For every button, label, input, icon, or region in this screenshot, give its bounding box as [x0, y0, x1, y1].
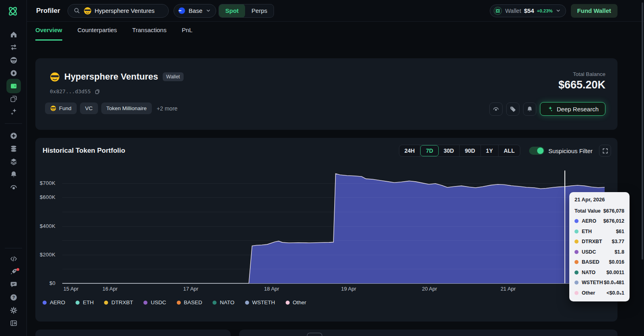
y-tick: $700K — [40, 180, 55, 186]
deep-research-button[interactable]: Deep Research — [540, 102, 605, 116]
cool-emoji-icon — [84, 7, 92, 15]
sidebar-item-help[interactable]: ? — [6, 291, 21, 304]
x-axis-labels: 15 Apr16 Apr17 Apr18 Apr19 Apr20 Apr21 A… — [62, 286, 605, 294]
search-input[interactable]: Hypersphere Ventures — [67, 4, 169, 18]
total-balance-value: $665.20K — [558, 79, 605, 91]
alert-bell-button[interactable] — [523, 102, 536, 116]
chart-title: Historical Token Portfolio — [43, 147, 125, 155]
legend-usdc[interactable]: USDC — [143, 299, 166, 305]
sidebar-item-api-code[interactable] — [6, 252, 21, 265]
legend-nato[interactable]: NATO — [213, 299, 234, 305]
tag-fund[interactable]: Fund — [45, 102, 77, 114]
sidebar-item-smart-money[interactable] — [6, 54, 21, 67]
suspicious-filter-toggle[interactable] — [529, 147, 544, 155]
range-24h[interactable]: 24H — [399, 145, 421, 156]
fund-wallet-button[interactable]: Fund Wallet — [571, 4, 617, 18]
chart-legend: AEROETHDTRXBTUSDCBASEDNATOWSTETHOther — [43, 299, 306, 305]
sidebar-item-whats-new-rocket[interactable] — [6, 265, 21, 278]
sidebar-item-swap[interactable] — [6, 41, 21, 54]
tab-pnl[interactable]: PnL — [182, 27, 192, 41]
tooltip-total-value: $676,078 — [603, 208, 624, 214]
search-value: Hypersphere Ventures — [95, 7, 155, 14]
tooltip-row-usdc: USDC$1.8 — [574, 248, 624, 256]
tooltip-row-based: BASED$0.016 — [574, 258, 624, 266]
tag-token-millionaire[interactable]: Token Millionaire — [101, 102, 152, 114]
sidebar-item-alerts[interactable] — [6, 168, 21, 181]
portfolio-area-chart[interactable] — [62, 169, 605, 283]
sidebar-item-settings[interactable] — [6, 304, 21, 317]
tooltip-row-aero: AERO$676,012 — [574, 217, 624, 225]
app-logo-icon[interactable] — [6, 4, 20, 18]
sidebar-item-watchlist[interactable] — [6, 181, 21, 194]
sidebar-item-wallet-profiler[interactable] — [6, 79, 21, 93]
more-tags[interactable]: +2 more — [157, 105, 178, 112]
watch-button[interactable] — [489, 102, 503, 116]
y-tick: $0 — [49, 280, 55, 286]
tooltip-total-row: Total Value $676,078 — [574, 207, 624, 215]
sidebar-item-token[interactable] — [6, 67, 21, 80]
x-tick: 19 Apr — [341, 286, 356, 292]
tab-counterparties[interactable]: Counterparties — [78, 27, 117, 41]
tooltip-row-eth: ETH$61 — [574, 227, 624, 236]
tooltip-date: 21 Apr, 2026 — [574, 197, 624, 205]
range-30d[interactable]: 30D — [438, 145, 460, 156]
sidebar-item-ai-sparkles[interactable] — [6, 105, 21, 118]
sidebar-item-layers[interactable] — [6, 155, 21, 168]
wallet-balance: $54 — [524, 7, 534, 14]
tab-overview[interactable]: Overview — [35, 27, 62, 41]
gridline — [62, 255, 605, 255]
legend-wsteth[interactable]: WSTETH — [245, 299, 275, 305]
sidebar-item-collapse[interactable] — [6, 317, 21, 330]
wallet-address[interactable]: 0x827...d3d55 — [50, 88, 91, 94]
legend-other[interactable]: Other — [286, 299, 307, 305]
sidebar-item-portfolio[interactable] — [6, 92, 21, 105]
sidebar-item-data[interactable] — [6, 142, 21, 155]
copy-icon[interactable] — [94, 89, 100, 94]
tab-perps[interactable]: Perps — [245, 4, 274, 18]
gridline — [62, 197, 605, 198]
y-tick: $400K — [40, 223, 55, 229]
tooltip-total-label: Total Value — [574, 208, 601, 214]
legend-based[interactable]: BASED — [177, 299, 202, 305]
x-tick: 20 Apr — [422, 286, 437, 292]
range-90d[interactable]: 90D — [460, 145, 481, 156]
svg-text:?: ? — [12, 295, 14, 300]
legend-eth[interactable]: ETH — [76, 299, 94, 305]
wallet-label: Wallet — [505, 8, 521, 14]
range-all[interactable]: ALL — [499, 145, 520, 156]
sidebar-item-home[interactable] — [6, 28, 21, 41]
chevron-down-icon — [556, 8, 561, 13]
legend-aero[interactable]: AERO — [43, 299, 65, 305]
page-tabs: Overview Counterparties Transactions PnL — [35, 27, 192, 41]
chevron-down-icon — [206, 8, 211, 13]
wallet-logo-icon — [493, 6, 502, 15]
page-scrollbar[interactable] — [642, 2, 643, 260]
tag-vc[interactable]: VC — [80, 102, 98, 114]
x-tick: 17 Apr — [183, 286, 198, 292]
range-7d[interactable]: 7D — [420, 145, 439, 156]
wallet-change: +0.23% — [537, 8, 552, 13]
sidebar-item-discover[interactable] — [6, 129, 21, 142]
bottom-card-control[interactable] — [307, 333, 322, 336]
fullscreen-button[interactable] — [599, 145, 611, 157]
suspicious-filter-label: Suspicious Filter — [548, 148, 593, 154]
x-tick: 21 Apr — [501, 286, 516, 292]
tab-spot[interactable]: Spot — [219, 4, 245, 18]
chart-crosshair — [564, 170, 565, 283]
range-1y[interactable]: 1Y — [481, 145, 499, 156]
gridline — [62, 183, 605, 184]
chain-selector[interactable]: Base — [174, 4, 216, 18]
tooltip-row-dtrxbt: DTRXBT$3.77 — [574, 238, 624, 246]
x-tick: 15 Apr — [63, 286, 79, 292]
wallet-balance-dropdown[interactable]: Wallet $54 +0.23% — [490, 4, 566, 17]
sidebar-item-chat[interactable] — [6, 278, 21, 291]
base-chain-icon — [178, 7, 186, 14]
entity-tags: FundVCToken Millionaire+2 more — [45, 102, 178, 114]
bottom-right-card — [239, 330, 617, 336]
gridline — [62, 226, 605, 227]
notification-dot — [16, 268, 19, 271]
tab-transactions[interactable]: Transactions — [132, 27, 166, 41]
total-balance-label: Total Balance — [558, 71, 605, 77]
tag-button[interactable] — [506, 102, 519, 116]
legend-dtrxbt[interactable]: DTRXBT — [104, 299, 133, 305]
